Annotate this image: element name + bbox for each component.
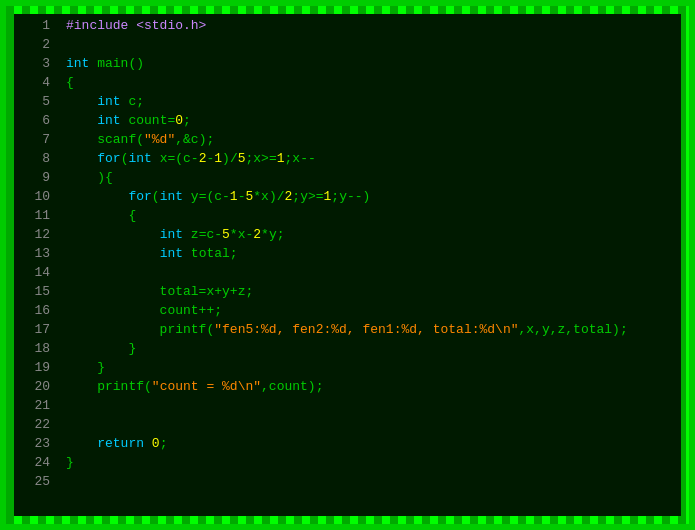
- line-number: 5: [22, 94, 50, 109]
- line-number: 25: [22, 474, 50, 489]
- code-line: 13 int total;: [14, 246, 681, 265]
- line-content: int total;: [66, 246, 238, 261]
- code-line: 2: [14, 37, 681, 56]
- code-editor[interactable]: 1#include <stdio.h>23int main()4{5 int c…: [14, 14, 681, 516]
- code-line: 17 printf("fen5:%d, fen2:%d, fen1:%d, to…: [14, 322, 681, 341]
- line-content: #include <stdio.h>: [66, 18, 206, 33]
- code-line: 10 for(int y=(c-1-5*x)/2;y>=1;y--): [14, 189, 681, 208]
- line-number: 4: [22, 75, 50, 90]
- line-content: int z=c-5*x-2*y;: [66, 227, 284, 242]
- code-line: 22: [14, 417, 681, 436]
- line-number: 23: [22, 436, 50, 451]
- line-content: int count=0;: [66, 113, 191, 128]
- code-line: 15 total=x+y+z;: [14, 284, 681, 303]
- line-number: 9: [22, 170, 50, 185]
- line-content: for(int x=(c-2-1)/5;x>=1;x--: [66, 151, 316, 166]
- line-number: 6: [22, 113, 50, 128]
- line-number: 14: [22, 265, 50, 280]
- line-content: printf("fen5:%d, fen2:%d, fen1:%d, total…: [66, 322, 628, 337]
- line-content: {: [66, 75, 74, 90]
- line-number: 15: [22, 284, 50, 299]
- line-number: 11: [22, 208, 50, 223]
- code-line: 24}: [14, 455, 681, 474]
- code-line: 1#include <stdio.h>: [14, 18, 681, 37]
- line-number: 12: [22, 227, 50, 242]
- line-content: int main(): [66, 56, 144, 71]
- line-number: 17: [22, 322, 50, 337]
- window-frame: 1#include <stdio.h>23int main()4{5 int c…: [0, 0, 695, 530]
- line-number: 19: [22, 360, 50, 375]
- line-number: 22: [22, 417, 50, 432]
- code-line: 5 int c;: [14, 94, 681, 113]
- code-line: 19 }: [14, 360, 681, 379]
- code-line: 11 {: [14, 208, 681, 227]
- code-line: 21: [14, 398, 681, 417]
- code-line: 20 printf("count = %d\n",count);: [14, 379, 681, 398]
- line-content: total=x+y+z;: [66, 284, 253, 299]
- code-line: 23 return 0;: [14, 436, 681, 455]
- line-number: 10: [22, 189, 50, 204]
- line-content: {: [66, 208, 136, 223]
- code-line: 25: [14, 474, 681, 493]
- line-number: 24: [22, 455, 50, 470]
- code-line: 14: [14, 265, 681, 284]
- line-number: 2: [22, 37, 50, 52]
- code-line: 18 }: [14, 341, 681, 360]
- code-line: 4{: [14, 75, 681, 94]
- code-line: 9 ){: [14, 170, 681, 189]
- line-content: }: [66, 360, 105, 375]
- line-number: 20: [22, 379, 50, 394]
- code-line: 16 count++;: [14, 303, 681, 322]
- code-line: 8 for(int x=(c-2-1)/5;x>=1;x--: [14, 151, 681, 170]
- line-content: }: [66, 341, 136, 356]
- line-number: 8: [22, 151, 50, 166]
- line-content: scanf("%d",&c);: [66, 132, 214, 147]
- line-number: 13: [22, 246, 50, 261]
- line-number: 3: [22, 56, 50, 71]
- line-number: 21: [22, 398, 50, 413]
- code-line: 12 int z=c-5*x-2*y;: [14, 227, 681, 246]
- line-content: count++;: [66, 303, 222, 318]
- line-content: int c;: [66, 94, 144, 109]
- line-number: 16: [22, 303, 50, 318]
- line-content: }: [66, 455, 74, 470]
- line-number: 18: [22, 341, 50, 356]
- line-number: 1: [22, 18, 50, 33]
- code-line: 6 int count=0;: [14, 113, 681, 132]
- line-content: printf("count = %d\n",count);: [66, 379, 323, 394]
- line-content: return 0;: [66, 436, 167, 451]
- line-content: for(int y=(c-1-5*x)/2;y>=1;y--): [66, 189, 370, 204]
- line-number: 7: [22, 132, 50, 147]
- code-line: 3int main(): [14, 56, 681, 75]
- code-line: 7 scanf("%d",&c);: [14, 132, 681, 151]
- line-content: ){: [66, 170, 113, 185]
